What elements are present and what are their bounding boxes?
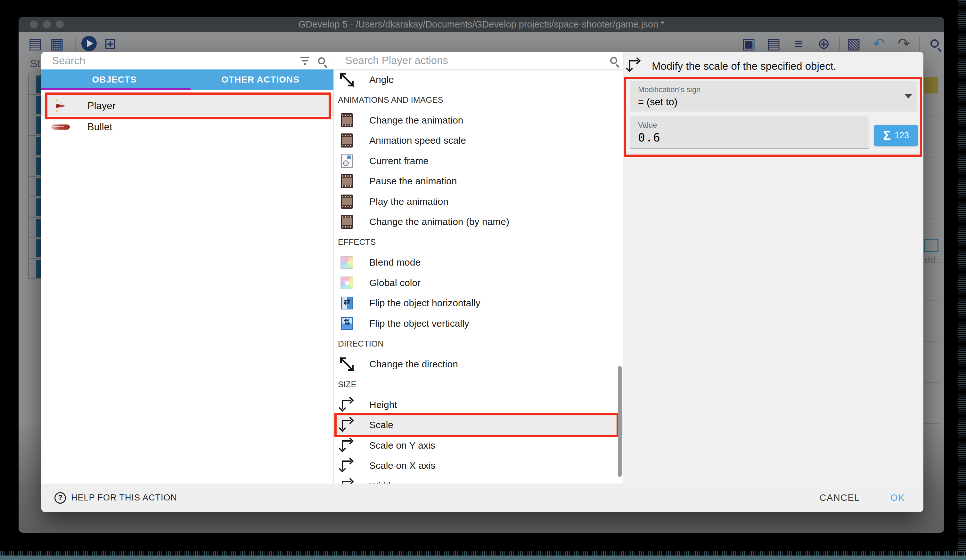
object-label: Player bbox=[87, 100, 116, 112]
redo-icon[interactable]: ↷ bbox=[895, 35, 913, 52]
chevron-down-icon bbox=[905, 94, 912, 98]
window-title: GDevelop 5 - /Users/dkarakay/Documents/G… bbox=[18, 17, 944, 32]
scale-icon bbox=[340, 398, 354, 412]
action-row[interactable]: Scale on X axis bbox=[334, 456, 623, 476]
action-row[interactable]: Blend mode bbox=[334, 252, 623, 273]
action-label: Play the animation bbox=[369, 196, 449, 207]
actions-search-row bbox=[334, 52, 623, 69]
panel-divider bbox=[334, 52, 334, 483]
undo-icon[interactable]: ↶ bbox=[870, 35, 888, 52]
film-icon bbox=[340, 133, 354, 147]
objects-tabs: OBJECTS OTHER ACTIONS bbox=[41, 69, 334, 90]
angle-icon bbox=[340, 73, 354, 87]
angle-icon bbox=[340, 357, 354, 371]
field-label: Value bbox=[638, 121, 869, 129]
tab-objects[interactable]: OBJECTS bbox=[41, 69, 187, 90]
add-other-icon[interactable]: ⊕ bbox=[815, 35, 833, 52]
action-section-header: SIZE bbox=[334, 374, 623, 395]
action-row[interactable]: Flip the object horizontally bbox=[334, 293, 623, 314]
objects-panel: OBJECTS OTHER ACTIONS Player Bullet bbox=[41, 52, 334, 483]
action-label: Blend mode bbox=[369, 257, 421, 268]
action-section-header: DIRECTION bbox=[334, 334, 623, 354]
modification-sign-select[interactable]: Modification's sign = (set to) bbox=[630, 81, 917, 111]
action-label: Scale on X axis bbox=[369, 460, 435, 471]
action-label: Scale on Y axis bbox=[369, 440, 435, 451]
scale-icon bbox=[340, 418, 354, 432]
film-icon bbox=[340, 195, 354, 209]
help-button[interactable]: ? HELP FOR THIS ACTION bbox=[54, 492, 177, 504]
debug-icon[interactable]: ⊞ bbox=[101, 35, 119, 52]
action-label: Pause the animation bbox=[369, 176, 457, 187]
dialog-footer: ? HELP FOR THIS ACTION CANCEL OK bbox=[41, 483, 923, 512]
project-manager-icon[interactable]: ▤ bbox=[26, 35, 44, 52]
sigma-icon: Σ bbox=[883, 128, 891, 143]
action-label: Flip the object vertically bbox=[369, 318, 469, 329]
action-row[interactable]: Play the animation bbox=[334, 192, 623, 212]
action-label: Global color bbox=[369, 277, 421, 288]
object-row[interactable]: Player bbox=[41, 95, 334, 116]
add-event-icon[interactable]: ▣ bbox=[740, 35, 758, 52]
action-row[interactable]: Pause the animation bbox=[334, 171, 623, 192]
blend-icon bbox=[340, 255, 354, 269]
object-thumbnail bbox=[51, 99, 70, 113]
background-add-label: dd... bbox=[924, 254, 944, 265]
action-label: Height bbox=[369, 400, 397, 410]
search-icon bbox=[318, 57, 325, 64]
toolbar-divider bbox=[919, 36, 920, 51]
search-events-icon[interactable] bbox=[926, 35, 944, 52]
action-row[interactable]: Current frame bbox=[334, 151, 623, 171]
play-preview-icon[interactable] bbox=[81, 36, 97, 51]
field-value: 0.6 bbox=[638, 131, 869, 144]
action-section-header: ANIMATIONS AND IMAGES bbox=[334, 90, 623, 110]
action-label: Angle bbox=[369, 74, 394, 85]
action-row[interactable]: Change the animation bbox=[334, 110, 623, 131]
desktop-dock-bar bbox=[0, 555, 966, 560]
action-row[interactable]: Animation speed scale bbox=[334, 131, 623, 151]
actions-scrollbar-thumb[interactable] bbox=[618, 366, 622, 477]
action-row[interactable]: Global color bbox=[334, 273, 623, 293]
action-row[interactable]: Height bbox=[334, 395, 623, 415]
filter-icon[interactable] bbox=[300, 57, 310, 65]
action-row[interactable]: Scale bbox=[334, 415, 623, 436]
field-value: = (set to) bbox=[638, 96, 917, 108]
action-row[interactable]: Width bbox=[334, 476, 623, 483]
inspector-title: Modify the scale of the specified object… bbox=[652, 60, 836, 72]
action-row[interactable]: Angle bbox=[334, 69, 623, 90]
tab-other-actions[interactable]: OTHER ACTIONS bbox=[187, 69, 334, 90]
objects-search-row bbox=[41, 52, 334, 69]
inspector-header: Modify the scale of the specified object… bbox=[623, 52, 923, 79]
action-row[interactable]: Scale on Y axis bbox=[334, 435, 623, 456]
value-input-field[interactable]: Value 0.6 bbox=[630, 116, 869, 149]
scene-editor-icon[interactable]: ▦ bbox=[48, 35, 66, 52]
object-row[interactable]: Bullet bbox=[41, 116, 334, 138]
actions-search-input[interactable] bbox=[345, 54, 610, 67]
action-label: Animation speed scale bbox=[369, 135, 466, 146]
action-label: Width bbox=[369, 481, 394, 483]
action-editor-dialog: OBJECTS OTHER ACTIONS Player Bullet Angl… bbox=[41, 52, 923, 512]
scale-icon bbox=[340, 439, 354, 452]
objects-search-input[interactable] bbox=[52, 55, 300, 67]
film-icon bbox=[340, 113, 354, 128]
add-comment-icon[interactable]: ≡ bbox=[790, 35, 808, 52]
fliph-icon bbox=[340, 296, 354, 310]
scale-action-icon bbox=[628, 59, 640, 72]
active-tab-indicator bbox=[41, 88, 191, 90]
spaceship-icon bbox=[54, 99, 67, 113]
toolbar-divider bbox=[75, 36, 76, 51]
object-thumbnail bbox=[51, 124, 70, 129]
delete-selection-icon[interactable]: ▧ bbox=[845, 35, 863, 52]
actions-list: Angle ANIMATIONS AND IMAGES Change the a… bbox=[334, 69, 623, 483]
action-row[interactable]: Flip the object vertically bbox=[334, 313, 623, 334]
bullet-icon bbox=[51, 124, 70, 129]
expression-editor-button[interactable]: Σ 123 bbox=[874, 125, 918, 146]
desktop-background: GDevelop 5 - /Users/dkarakay/Documents/G… bbox=[0, 0, 966, 560]
action-row[interactable]: Change the direction bbox=[334, 354, 623, 374]
ok-button[interactable]: OK bbox=[890, 493, 905, 503]
object-label: Bullet bbox=[87, 121, 112, 133]
action-section-header: EFFECTS bbox=[334, 232, 623, 252]
cancel-button[interactable]: CANCEL bbox=[819, 493, 860, 503]
add-subevent-icon[interactable]: ▤ bbox=[765, 35, 783, 52]
action-row[interactable]: Change the animation (by name) bbox=[334, 212, 623, 233]
film-icon bbox=[340, 215, 354, 229]
help-circle-icon: ? bbox=[54, 492, 66, 504]
